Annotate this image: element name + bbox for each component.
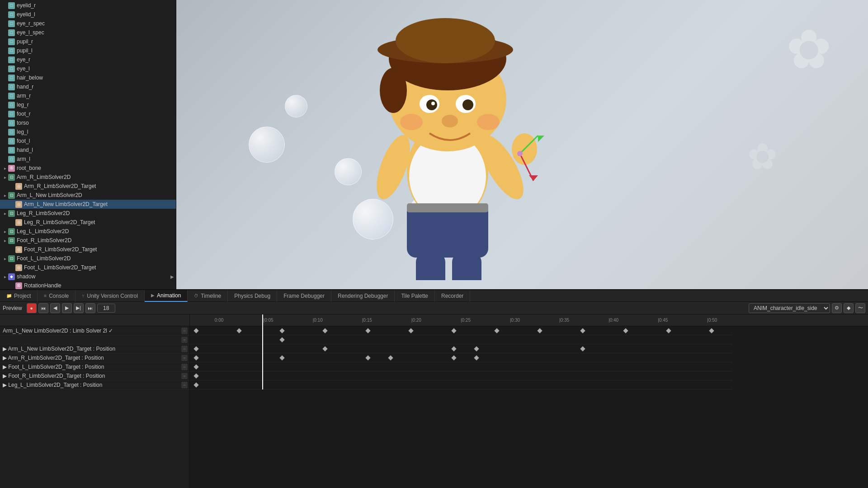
- keyframe-3-1[interactable]: [279, 355, 284, 360]
- keyframe-0-5[interactable]: [408, 328, 413, 333]
- track-minus-1[interactable]: −: [181, 337, 188, 343]
- tree-item-RotationHandle[interactable]: ⦿RotationHandle: [0, 281, 176, 289]
- tree-item-Foot_L_LimbSolver2D_Target[interactable]: ◎Foot_L_LimbSolver2D_Target: [0, 263, 176, 272]
- expand-arrow[interactable]: ▸: [2, 256, 8, 261]
- go-end-button[interactable]: ⏭: [85, 303, 95, 313]
- track-label-0[interactable]: Arm_L_New LimbSolver2D : Limb Solver 2l …: [0, 326, 189, 335]
- tree-item-Arm_L_New_LimbSolver2D[interactable]: ▸⊡Arm_L_New LimbSolver2D: [0, 191, 176, 200]
- keyframe-1-0[interactable]: [279, 337, 284, 342]
- tab-rendering_debugger[interactable]: Rendering Debugger: [331, 290, 395, 302]
- keyframe-0-9[interactable]: [580, 328, 585, 333]
- keyframe-3-5[interactable]: [474, 355, 479, 360]
- next-frame-button[interactable]: ▶|: [74, 303, 84, 313]
- track-minus-4[interactable]: −: [181, 364, 188, 370]
- right-arrow-shadow[interactable]: ▶: [170, 274, 176, 279]
- track-label-5[interactable]: ▶ Foot_R_LimbSolver2D_Target : Position−: [0, 371, 189, 380]
- tree-item-hair_below[interactable]: □hair_below: [0, 73, 176, 82]
- keyframe-4-0[interactable]: [193, 364, 198, 369]
- tree-item-Leg_R_LimbSolver2D_Target[interactable]: ◎Leg_R_LimbSolver2D_Target: [0, 218, 176, 227]
- keyframe-2-3[interactable]: [474, 346, 479, 351]
- expand-arrow[interactable]: ▸: [2, 166, 8, 171]
- keyframe-0-1[interactable]: [236, 328, 241, 333]
- tree-item-arm_r[interactable]: □arm_r: [0, 91, 176, 100]
- track-minus-2[interactable]: −: [181, 346, 188, 352]
- tree-item-Arm_R_LimbSolver2D[interactable]: ▸⊡Arm_R_LimbSolver2D: [0, 173, 176, 182]
- track-minus-0[interactable]: −: [181, 328, 188, 334]
- track-minus-6[interactable]: −: [181, 382, 188, 388]
- keyframe-3-3[interactable]: [388, 355, 393, 360]
- tree-item-eyelid_r[interactable]: □eyelid_r: [0, 1, 176, 10]
- tree-item-pupil_l[interactable]: □pupil_l: [0, 46, 176, 55]
- keyframe-2-2[interactable]: [451, 346, 456, 351]
- tree-item-eyelid_l[interactable]: □eyelid_l: [0, 10, 176, 19]
- tree-item-eye_l[interactable]: □eye_l: [0, 64, 176, 73]
- playhead[interactable]: [262, 314, 263, 389]
- timeline-scroll[interactable]: 0:00|0:05|0:10|0:15|0:20|0:25|0:30|0:35|…: [190, 314, 868, 488]
- keyframe-2-1[interactable]: [322, 346, 327, 351]
- tree-item-Foot_R_LimbSolver2D_Target[interactable]: ◎Foot_R_LimbSolver2D_Target: [0, 245, 176, 254]
- tab-console[interactable]: ≡Console: [38, 290, 75, 302]
- keyframe-3-2[interactable]: [365, 355, 370, 360]
- tab-unity_version_control[interactable]: ⑂Unity Version Control: [75, 290, 145, 302]
- tree-item-leg_l[interactable]: □leg_l: [0, 127, 176, 136]
- keyframe-6-0[interactable]: [193, 382, 198, 387]
- tab-timeline[interactable]: ⏱Timeline: [188, 290, 228, 302]
- track-minus-3[interactable]: −: [181, 355, 188, 361]
- tree-item-foot_r[interactable]: □foot_r: [0, 109, 176, 118]
- frame-number-input[interactable]: 18: [97, 304, 115, 313]
- track-label-6[interactable]: ▶ Leg_L_LimbSolver2D_Target : Position−: [0, 380, 189, 389]
- keyframe-3-4[interactable]: [451, 355, 456, 360]
- expand-arrow[interactable]: ▸: [2, 238, 8, 243]
- go-start-button[interactable]: ⏮: [38, 303, 48, 313]
- keyframe-5-0[interactable]: [193, 373, 198, 378]
- tree-item-torso[interactable]: □torso: [0, 118, 176, 127]
- tree-item-pupil_r[interactable]: □pupil_r: [0, 37, 176, 46]
- keyframe-2-0[interactable]: [193, 346, 198, 351]
- track-label-4[interactable]: ▶ Foot_L_LimbSolver2D_Target : Position−: [0, 362, 189, 371]
- keyframe-0-7[interactable]: [494, 328, 499, 333]
- tab-physics_debug[interactable]: Physics Debug: [228, 290, 277, 302]
- anim-curves-btn[interactable]: 〜: [855, 303, 865, 313]
- keyframe-3-0[interactable]: [193, 355, 198, 360]
- record-button[interactable]: ●: [27, 303, 37, 313]
- tab-project[interactable]: 📁Project: [0, 290, 38, 302]
- tab-tile_palette[interactable]: Tile Palette: [395, 290, 435, 302]
- tab-recorder[interactable]: Recorder: [435, 290, 470, 302]
- keyframe-0-12[interactable]: [709, 328, 714, 333]
- expand-arrow[interactable]: ▸: [2, 274, 8, 279]
- tree-item-root_bone[interactable]: ▸⦿root_bone: [0, 164, 176, 173]
- tab-frame_debugger[interactable]: Frame Debugger: [277, 290, 331, 302]
- keyframe-2-4[interactable]: [580, 346, 585, 351]
- play-button[interactable]: ▶: [62, 303, 72, 313]
- tab-animation[interactable]: ▶Animation: [145, 290, 188, 302]
- keyframe-0-3[interactable]: [322, 328, 327, 333]
- keyframe-0-6[interactable]: [451, 328, 456, 333]
- tree-item-Leg_R_LimbSolver2D[interactable]: ▸⊡Leg_R_LimbSolver2D: [0, 209, 176, 218]
- anim-settings-btn[interactable]: ⚙: [832, 303, 842, 313]
- expand-arrow[interactable]: ▸: [2, 211, 8, 216]
- track-label-2[interactable]: ▶ Arm_L_New LimbSolver2D_Target : Positi…: [0, 344, 189, 353]
- tree-item-Arm_R_LimbSolver2D_Target[interactable]: ◎Arm_R_LimbSolver2D_Target: [0, 182, 176, 191]
- expand-arrow[interactable]: ▸: [2, 229, 8, 234]
- tree-item-Arm_L_New_LimbSolver2D_Target[interactable]: ◎Arm_L_New LimbSolver2D_Target: [0, 200, 176, 209]
- tree-item-hand_l[interactable]: □hand_l: [0, 145, 176, 155]
- keyframe-0-0[interactable]: [193, 328, 198, 333]
- tree-item-Leg_L_LimbSolver2D[interactable]: ▸⊡Leg_L_LimbSolver2D: [0, 227, 176, 236]
- tree-item-leg_r[interactable]: □leg_r: [0, 100, 176, 109]
- track-label-3[interactable]: ▶ Arm_R_LimbSolver2D_Target : Position−: [0, 353, 189, 362]
- tree-item-eye_r[interactable]: □eye_r: [0, 55, 176, 64]
- prev-frame-button[interactable]: ◀: [50, 303, 60, 313]
- animation-clip-select[interactable]: ANIM_character_idle_side: [749, 303, 830, 313]
- tree-item-hand_r[interactable]: □hand_r: [0, 82, 176, 91]
- expand-arrow[interactable]: ▸: [2, 175, 8, 180]
- track-label-1[interactable]: −: [0, 335, 189, 344]
- tree-item-arm_l[interactable]: □arm_l: [0, 155, 176, 164]
- expand-arrow[interactable]: ▸: [2, 193, 8, 198]
- track-minus-5[interactable]: −: [181, 373, 188, 379]
- keyframe-0-4[interactable]: [365, 328, 370, 333]
- tree-item-shadow[interactable]: ▸◆shadow▶: [0, 272, 176, 281]
- keyframe-0-8[interactable]: [537, 328, 542, 333]
- keyframe-0-10[interactable]: [623, 328, 628, 333]
- tree-item-foot_l[interactable]: □foot_l: [0, 136, 176, 145]
- tree-item-Foot_R_LimbSolver2D[interactable]: ▸⊡Foot_R_LimbSolver2D: [0, 236, 176, 245]
